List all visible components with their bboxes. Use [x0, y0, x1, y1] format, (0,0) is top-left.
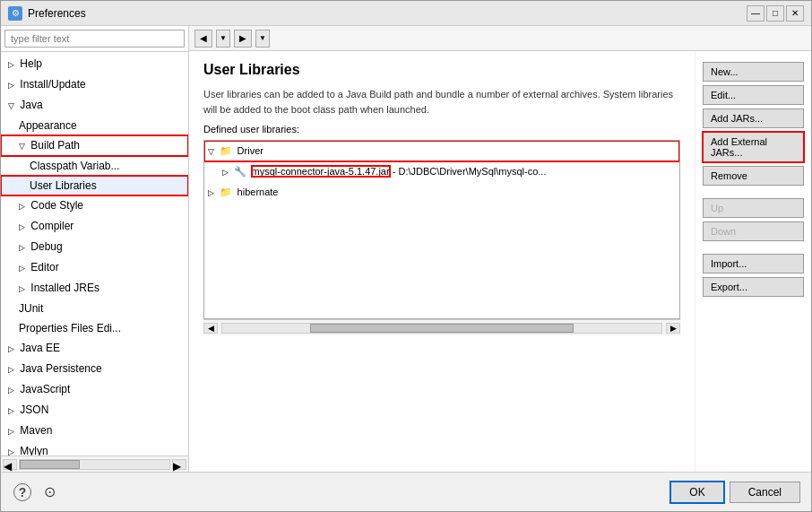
sidebar-item-label: JSON — [20, 404, 48, 416]
sidebar-item-editor[interactable]: ▷ Editor — [1, 257, 188, 278]
lib-folder-icon: 📁 — [220, 187, 232, 197]
sidebar-item-javascript[interactable]: ▷ JavaScript — [1, 379, 188, 400]
content-description: User libraries can be added to a Java Bu… — [203, 87, 680, 117]
settings-button[interactable]: ⊙ — [39, 482, 60, 503]
content-area: ◀ ▼ ▶ ▼ User Libraries User libraries ca… — [189, 26, 811, 472]
expand-icon: ▽ — [208, 147, 217, 156]
expand-icon: ▽ — [8, 101, 14, 110]
jar-path: - D:\JDBC\Driver\MySql\mysql-co... — [393, 166, 547, 177]
back-dropdown[interactable]: ▼ — [216, 30, 230, 48]
sidebar-item-label: Install/Update — [20, 78, 85, 91]
expand-icon: ▷ — [8, 386, 14, 395]
sidebar-item-java[interactable]: ▽ Java — [1, 95, 188, 116]
maximize-button[interactable]: □ — [766, 5, 784, 22]
close-button[interactable]: ✕ — [786, 5, 804, 22]
add-jars-button[interactable]: Add JARs... — [703, 108, 804, 128]
sidebar-item-user-libraries[interactable]: User Libraries — [1, 176, 188, 195]
export-button[interactable]: Export... — [703, 277, 804, 297]
sidebar-scroll-right[interactable]: ▶ — [172, 459, 186, 470]
content-main: User Libraries User libraries can be add… — [189, 51, 695, 472]
sidebar-item-code-style[interactable]: ▷ Code Style — [1, 195, 188, 216]
sidebar-scroll-left[interactable]: ◀ — [3, 459, 17, 470]
sidebar: ▷ Help ▷ Install/Update ▽ Java Appearanc… — [1, 26, 189, 472]
expand-icon: ▷ — [19, 222, 25, 231]
main-content: ▷ Help ▷ Install/Update ▽ Java Appearanc… — [1, 26, 811, 472]
library-item-hibernate[interactable]: ▷ 📁 hibernate — [204, 182, 679, 203]
sidebar-item-java-persistence[interactable]: ▷ Java Persistence — [1, 359, 188, 379]
expand-icon: ▷ — [8, 406, 14, 415]
sidebar-item-maven[interactable]: ▷ Maven — [1, 421, 188, 441]
sidebar-hscrollbar[interactable] — [19, 459, 170, 470]
cancel-button[interactable]: Cancel — [730, 482, 800, 503]
sidebar-item-installed-jres[interactable]: ▷ Installed JREs — [1, 278, 188, 299]
minimize-button[interactable]: — — [747, 5, 764, 22]
content-title: User Libraries — [203, 62, 680, 78]
expand-icon: ▷ — [222, 168, 231, 177]
forward-button[interactable]: ▶ — [234, 30, 252, 48]
window-icon: ⚙ — [8, 6, 22, 21]
footer-left: ? ⊙ — [12, 482, 60, 503]
sidebar-item-label: Maven — [20, 424, 52, 437]
sidebar-item-label: Java Persistence — [20, 362, 101, 375]
sidebar-item-compiler[interactable]: ▷ Compiler — [1, 216, 188, 237]
forward-dropdown[interactable]: ▼ — [255, 30, 270, 48]
expand-icon: ▷ — [8, 60, 14, 69]
library-item-driver[interactable]: ▽ 📁 Driver — [204, 141, 679, 161]
up-button[interactable]: Up — [703, 198, 804, 218]
import-button[interactable]: Import... — [703, 254, 804, 273]
sidebar-item-label: Build Path — [30, 139, 80, 152]
hscroll-thumb — [310, 324, 574, 333]
footer: ? ⊙ OK Cancel — [1, 472, 811, 511]
content-body: User Libraries User libraries can be add… — [189, 51, 811, 472]
preferences-window: ⚙ Preferences — □ ✕ ▷ Help ▷ — [0, 0, 812, 512]
expand-icon: ▷ — [8, 81, 14, 90]
hscroll-right-btn[interactable]: ▶ — [666, 323, 680, 334]
sidebar-item-build-path[interactable]: ▽ Build Path — [1, 135, 188, 156]
lib-item-label: Driver — [238, 145, 263, 156]
sidebar-item-mylyn[interactable]: ▷ Mylyn — [1, 441, 188, 456]
add-external-jars-button[interactable]: Add External JARs... — [703, 132, 804, 162]
defined-label: Defined user libraries: — [203, 124, 680, 135]
title-bar-left: ⚙ Preferences — [8, 6, 86, 21]
down-button[interactable]: Down — [703, 221, 804, 241]
sidebar-item-help[interactable]: ▷ Help — [1, 54, 188, 74]
library-hscrollbar[interactable] — [221, 323, 662, 334]
sidebar-item-label: JavaScript — [20, 383, 70, 395]
title-buttons: — □ ✕ — [747, 5, 804, 22]
edit-button[interactable]: Edit... — [703, 85, 804, 105]
back-button[interactable]: ◀ — [194, 30, 212, 48]
expand-icon: ▷ — [19, 284, 25, 293]
jar-icon: 🔧 — [234, 166, 246, 177]
sidebar-item-classpath-variables[interactable]: Classpath Variab... — [1, 156, 188, 176]
lib-item-label: hibernate — [238, 187, 279, 197]
hscroll-left-btn[interactable]: ◀ — [203, 323, 218, 334]
sidebar-item-label: Java EE — [20, 342, 60, 354]
library-item-mysql-jar[interactable]: ▷ 🔧 mysql-connector-java-5.1.47.jar - D:… — [204, 161, 679, 182]
help-button[interactable]: ? — [12, 482, 33, 503]
sidebar-item-debug[interactable]: ▷ Debug — [1, 237, 188, 257]
remove-button[interactable]: Remove — [703, 166, 804, 186]
sidebar-item-label: Java — [20, 99, 42, 111]
library-hscrollbar-area: ◀ ▶ — [203, 319, 680, 335]
sidebar-item-label: Properties Files Edi... — [19, 322, 121, 334]
expand-icon: ▷ — [208, 188, 217, 197]
sidebar-scrollbar-area: ◀ ▶ — [1, 456, 188, 472]
sidebar-item-appearance[interactable]: Appearance — [1, 116, 188, 135]
sidebar-item-label: JUnit — [19, 302, 43, 315]
sidebar-item-label: Installed JREs — [30, 282, 99, 294]
library-tree[interactable]: ▽ 📁 Driver ▷ 🔧 mysql-connector-java-5.1.… — [203, 140, 680, 319]
sidebar-item-json[interactable]: ▷ JSON — [1, 400, 188, 421]
sidebar-item-label: Compiler — [30, 220, 73, 232]
search-input[interactable] — [4, 30, 185, 48]
expand-icon: ▷ — [19, 264, 25, 273]
sidebar-item-java-ee[interactable]: ▷ Java EE — [1, 338, 188, 359]
sidebar-item-label: Mylyn — [20, 445, 48, 456]
ok-button[interactable]: OK — [670, 482, 723, 503]
new-button[interactable]: New... — [703, 62, 804, 82]
sidebar-item-properties-files-editor[interactable]: Properties Files Edi... — [1, 318, 188, 338]
search-box — [1, 26, 188, 52]
sidebar-item-junit[interactable]: JUnit — [1, 299, 188, 318]
jar-label: mysql-connector-java-5.1.47.jar — [252, 166, 390, 177]
expand-icon: ▷ — [19, 243, 25, 252]
sidebar-item-install-update[interactable]: ▷ Install/Update — [1, 74, 188, 95]
